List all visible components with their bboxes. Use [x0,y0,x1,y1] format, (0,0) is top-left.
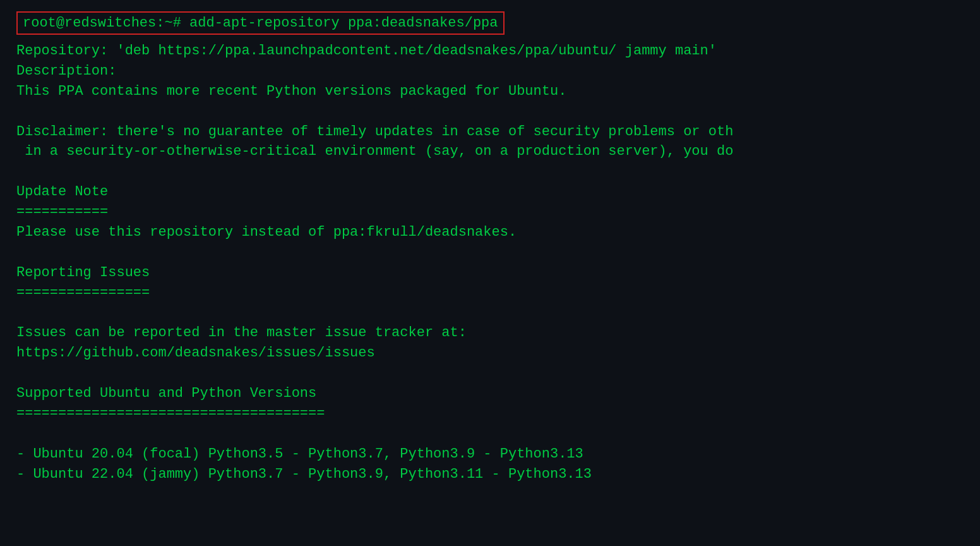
terminal-line [16,243,964,263]
terminal-line [16,162,964,182]
terminal-line: Repository: 'deb https://ppa.launchpadco… [16,41,964,61]
terminal-line: ================ [16,283,964,303]
terminal-line [16,363,964,384]
terminal-line: Description: [16,61,964,82]
terminal-line: =========== [16,202,964,222]
terminal-line: in a security-or-otherwise-critical envi… [16,142,964,162]
terminal-output: Repository: 'deb https://ppa.launchpadco… [16,41,964,485]
terminal-line [16,102,964,122]
terminal-container: root@redswitches:~# add-apt-repository p… [8,5,972,546]
terminal-line: This PPA contains more recent Python ver… [16,82,964,102]
terminal-line [16,303,964,324]
terminal-line: ===================================== [16,404,964,424]
terminal-line: - Ubuntu 20.04 (focal) Python3.5 - Pytho… [16,444,964,464]
terminal-line [16,424,964,444]
terminal-line: - Ubuntu 22.04 (jammy) Python3.7 - Pytho… [16,464,964,485]
terminal-line: https://github.com/deadsnakes/issues/iss… [16,343,964,363]
terminal-line: Reporting Issues [16,263,964,283]
terminal-line: Issues can be reported in the master iss… [16,323,964,343]
terminal-line: Update Note [16,182,964,202]
terminal-line: Supported Ubuntu and Python Versions [16,384,964,404]
terminal-line: Disclaimer: there's no guarantee of time… [16,122,964,142]
command-line[interactable]: root@redswitches:~# add-apt-repository p… [16,11,505,35]
terminal-line: Please use this repository instead of pp… [16,222,964,243]
